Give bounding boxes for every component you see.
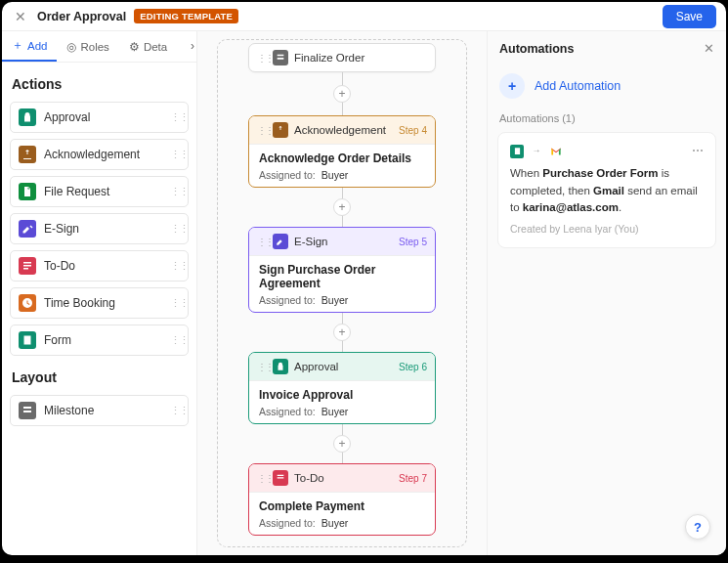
- drag-handle[interactable]: [170, 223, 180, 236]
- plus-icon: ＋: [12, 37, 23, 54]
- acknowledgement-icon: [19, 146, 36, 163]
- drag-handle[interactable]: [170, 297, 180, 310]
- action-form[interactable]: Form: [10, 325, 189, 356]
- automations-count: Automations (1): [488, 112, 726, 132]
- drag-handle[interactable]: [170, 405, 180, 417]
- panel-close-button[interactable]: ✕: [704, 41, 714, 56]
- editing-badge: EDITING TEMPLATE: [134, 9, 238, 23]
- drag-handle[interactable]: [170, 111, 180, 124]
- automation-card[interactable]: → ⋯ When Purchase Order Form is complete…: [497, 132, 716, 248]
- automation-description: When Purchase Order Form is completed, t…: [510, 165, 704, 216]
- layout-milestone[interactable]: Milestone: [10, 395, 189, 426]
- drag-handle[interactable]: [257, 53, 267, 64]
- acknowledgement-icon: [273, 122, 288, 138]
- save-button[interactable]: Save: [663, 5, 716, 28]
- drag-handle[interactable]: [257, 125, 267, 136]
- add-step-button[interactable]: +: [333, 198, 351, 216]
- esign-icon: [273, 234, 288, 249]
- add-automation-link[interactable]: Add Automation: [535, 79, 621, 93]
- drag-handle[interactable]: [257, 362, 267, 372]
- drag-handle[interactable]: [170, 260, 180, 273]
- add-step-button[interactable]: +: [333, 85, 351, 103]
- todo-icon: [273, 470, 288, 486]
- approval-icon: [19, 108, 36, 126]
- drag-handle[interactable]: [170, 149, 180, 161]
- gear-icon: ⚙: [129, 40, 140, 54]
- drag-handle[interactable]: [170, 186, 180, 198]
- automation-credit: Created by Leena Iyar (You): [510, 222, 704, 238]
- milestone-icon: [19, 402, 36, 419]
- action-approval[interactable]: Approval: [10, 102, 189, 133]
- add-step-button[interactable]: +: [333, 435, 351, 453]
- page-title: Order Approval: [37, 10, 126, 23]
- milestone-icon: [273, 50, 288, 65]
- esign-icon: [19, 220, 36, 238]
- drag-handle[interactable]: [257, 237, 267, 247]
- help-button[interactable]: ?: [685, 514, 710, 540]
- todo-icon: [19, 257, 36, 275]
- connector: [342, 215, 343, 227]
- layout-heading: Layout: [12, 369, 187, 385]
- actions-heading: Actions: [12, 76, 187, 92]
- clock-icon: [19, 294, 36, 312]
- add-automation-button[interactable]: +: [499, 73, 525, 99]
- tabs-scroll-right[interactable]: ›: [191, 39, 194, 53]
- tab-roles[interactable]: ◎Roles: [57, 31, 118, 62]
- action-todo[interactable]: To-Do: [10, 250, 189, 282]
- node-approval[interactable]: Approval Step 6 Invoice Approval Assigne…: [248, 352, 436, 424]
- tab-details[interactable]: ⚙Deta: [119, 31, 177, 62]
- connector: [342, 340, 343, 352]
- tab-add[interactable]: ＋Add: [2, 31, 57, 62]
- action-acknowledgement[interactable]: Acknowledgement: [10, 139, 189, 170]
- connector: [342, 72, 343, 86]
- automation-menu-button[interactable]: ⋯: [692, 143, 704, 159]
- connector: [342, 452, 343, 463]
- node-finalize[interactable]: Finalize Order: [248, 43, 436, 72]
- action-file-request[interactable]: File Request: [10, 176, 189, 207]
- user-icon: ◎: [66, 40, 76, 54]
- automations-heading: Automations: [499, 42, 704, 56]
- connector: [342, 102, 343, 115]
- action-time-booking[interactable]: Time Booking: [10, 287, 189, 319]
- close-button[interactable]: ✕: [12, 8, 29, 25]
- file-icon: [19, 183, 36, 200]
- node-todo[interactable]: To-Do Step 7 Complete Payment Assigned t…: [248, 463, 436, 536]
- node-acknowledgement[interactable]: Acknowledgement Step 4 Acknowledge Order…: [248, 115, 436, 188]
- gmail-icon: [549, 145, 563, 158]
- drag-handle[interactable]: [257, 473, 267, 484]
- approval-icon: [273, 359, 288, 374]
- form-icon: [19, 331, 36, 349]
- node-esign[interactable]: E-Sign Step 5 Sign Purchase Order Agreem…: [248, 227, 436, 313]
- action-esign[interactable]: E-Sign: [10, 213, 189, 244]
- drag-handle[interactable]: [170, 334, 180, 347]
- add-step-button[interactable]: +: [333, 324, 351, 341]
- sheets-icon: [510, 145, 524, 158]
- arrow-icon: →: [530, 145, 543, 158]
